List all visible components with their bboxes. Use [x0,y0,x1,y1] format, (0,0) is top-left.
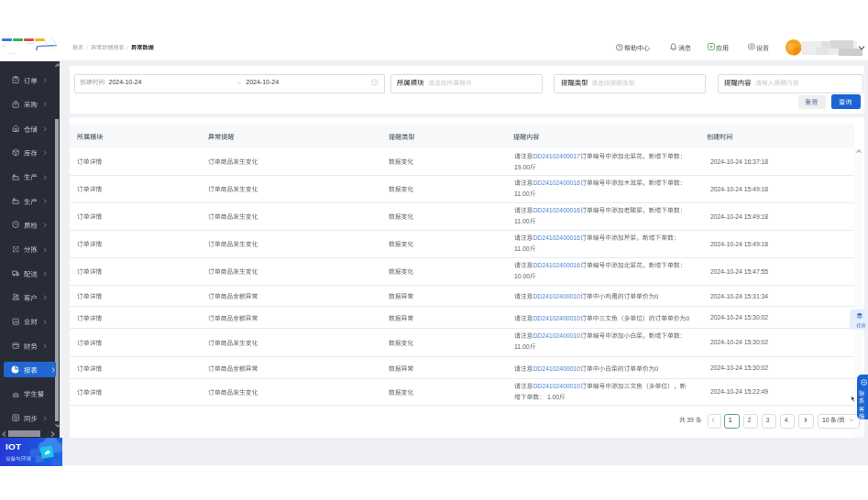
svg-text:?: ? [618,45,621,49]
